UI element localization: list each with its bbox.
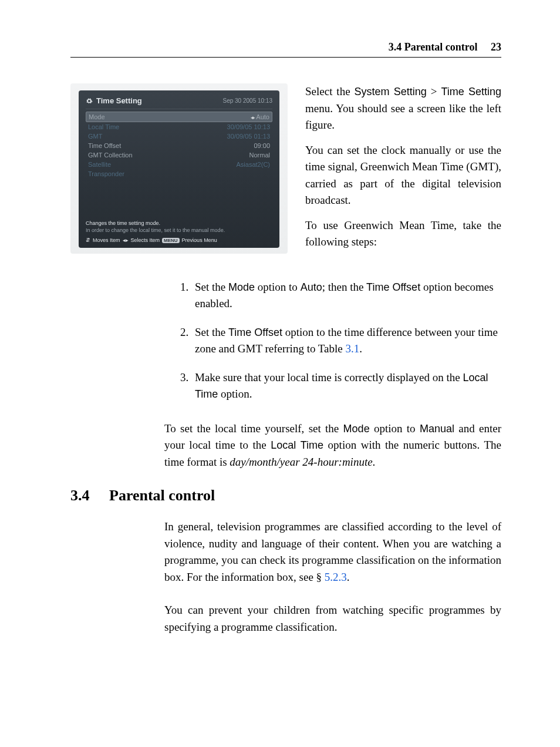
side-text: Select the System Setting > Time Setting… bbox=[305, 83, 501, 259]
running-header: 3.4 Parental control 23 bbox=[70, 41, 501, 58]
figure-nav-text: Previous Menu bbox=[182, 237, 217, 243]
updown-icon: ⇵ bbox=[86, 237, 90, 243]
figure-row: GMT 30/09/05 01:13 bbox=[86, 132, 272, 141]
figure-title: Time Setting bbox=[96, 96, 142, 105]
figure-hint-line: In order to change the local time, set i… bbox=[86, 227, 272, 234]
gear-icon bbox=[86, 97, 93, 105]
figure-row: Local Time 30/09/05 10:13 bbox=[86, 122, 272, 132]
figure-hint-line: Changes the time setting mode. bbox=[86, 220, 272, 227]
page: 3.4 Parental control 23 Time Setting Sep… bbox=[0, 0, 560, 747]
parental-paragraph: In general, television programmes are cl… bbox=[164, 519, 501, 586]
figure-list: Mode Auto Local Time 30/09/05 10:13 GMT … bbox=[86, 109, 272, 179]
list-item: Make sure that your local time is correc… bbox=[191, 369, 501, 403]
figure-row-label: Satellite bbox=[88, 161, 111, 168]
list-item: Set the Time Offset option to the time d… bbox=[191, 324, 501, 358]
figure-row-value: 09:00 bbox=[254, 142, 270, 149]
list-item: Set the Mode option to Auto; then the Ti… bbox=[191, 279, 501, 312]
side-paragraph: Select the System Setting > Time Setting… bbox=[305, 83, 501, 134]
figure-row-label: Mode bbox=[89, 113, 105, 120]
top-block: Time Setting Sep 30 2005 10:13 Mode Auto… bbox=[70, 83, 501, 259]
figure-hint: Changes the time setting mode. In order … bbox=[86, 220, 272, 234]
header-section-number: 3.4 bbox=[389, 41, 402, 53]
figure-nav-text: Selects Item bbox=[131, 237, 160, 243]
steps-list: Set the Mode option to Auto; then the Ti… bbox=[176, 279, 501, 403]
figure-row: Transponder bbox=[86, 169, 272, 179]
parental-paragraph: You can prevent your children from watch… bbox=[164, 602, 501, 635]
figure-row-value: Asiasat2(C) bbox=[237, 161, 270, 168]
header-page-number: 23 bbox=[491, 41, 501, 53]
figure-row-value: Auto bbox=[251, 113, 269, 120]
table-ref-link[interactable]: 3.1 bbox=[346, 342, 360, 355]
figure-row-label: Time Offset bbox=[88, 142, 121, 149]
figure-row: GMT Collection Normal bbox=[86, 150, 272, 160]
figure-panel: Time Setting Sep 30 2005 10:13 Mode Auto… bbox=[79, 90, 279, 248]
figure-row-value: Normal bbox=[249, 152, 270, 159]
leftright-icon: ◂▸ bbox=[123, 237, 129, 243]
figure-row-value: 30/09/05 10:13 bbox=[227, 123, 270, 130]
figure-datetime: Sep 30 2005 10:13 bbox=[222, 97, 272, 104]
figure-row-label: GMT Collection bbox=[88, 152, 133, 159]
figure-row-mode: Mode Auto bbox=[86, 112, 272, 122]
figure-row-label: Local Time bbox=[88, 123, 119, 130]
header-section-title: Parental control bbox=[404, 41, 478, 53]
figure-row: Satellite Asiasat2(C) bbox=[86, 160, 272, 169]
side-paragraph: You can set the clock manually or use th… bbox=[305, 142, 501, 209]
section-title: Parental control bbox=[109, 487, 215, 504]
time-setting-figure: Time Setting Sep 30 2005 10:13 Mode Auto… bbox=[70, 83, 288, 254]
figure-row-label: GMT bbox=[88, 133, 102, 140]
figure-row-value: 30/09/05 01:13 bbox=[227, 133, 270, 140]
side-paragraph: To use Greenwich Mean Time, take the fol… bbox=[305, 217, 501, 251]
section-heading: 3.4 Parental control bbox=[70, 487, 501, 504]
manual-paragraph: To set the local time yourself, set the … bbox=[164, 420, 501, 471]
figure-title-row: Time Setting Sep 30 2005 10:13 bbox=[86, 96, 272, 105]
figure-row-label: Transponder bbox=[88, 170, 124, 177]
figure-row: Time Offset 09:00 bbox=[86, 141, 272, 150]
section-ref-link[interactable]: 5.2.3 bbox=[325, 571, 347, 583]
menu-badge-icon: MENU bbox=[162, 238, 180, 243]
section-number: 3.4 bbox=[70, 487, 96, 504]
figure-nav: ⇵ Moves Item ◂▸ Selects Item MENU Previo… bbox=[86, 237, 272, 243]
figure-nav-text: Moves Item bbox=[93, 237, 120, 243]
